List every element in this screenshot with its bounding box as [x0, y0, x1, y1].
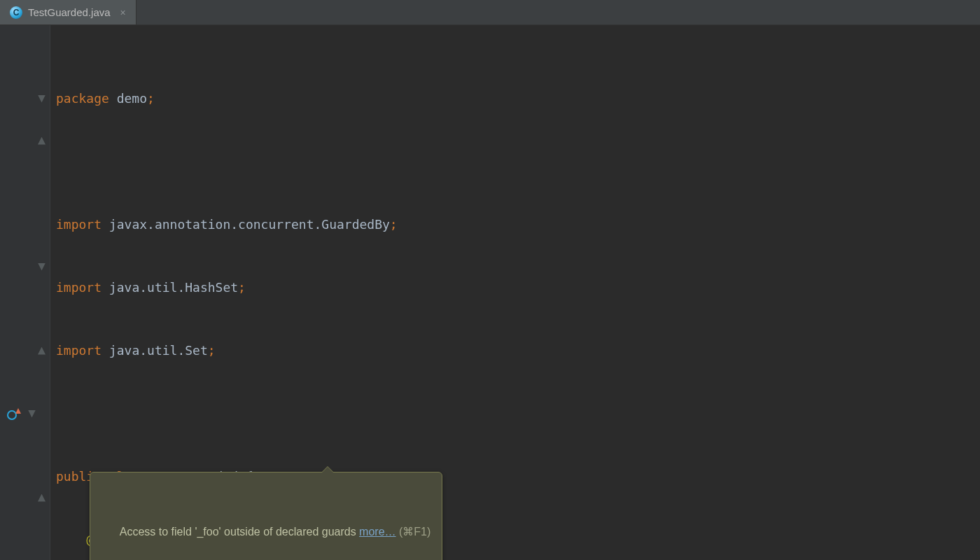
code-line [50, 151, 980, 172]
tooltip-text: Access to field '_foo' outside of declar… [120, 526, 359, 538]
inspection-tooltip: Access to field '_foo' outside of declar… [90, 472, 442, 560]
code-line: import java.util.Set; [50, 340, 980, 361]
fold-icon[interactable] [0, 256, 50, 277]
code-line: package demo; [50, 88, 980, 109]
override-gutter-icon[interactable] [0, 403, 50, 424]
code-line: import java.util.HashSet; [50, 277, 980, 298]
tooltip-more-link[interactable]: more… [359, 526, 396, 538]
code-line: import javax.annotation.concurrent.Guard… [50, 214, 980, 235]
fold-icon[interactable] [0, 340, 50, 361]
editor-tab[interactable]: C TestGuarded.java × [0, 0, 136, 24]
code-line [50, 403, 980, 424]
code-editor[interactable]: package demo; import javax.annotation.co… [0, 25, 980, 560]
tooltip-arrow-icon [321, 466, 334, 472]
fold-icon[interactable] [0, 88, 50, 109]
gutter [0, 25, 50, 560]
tab-filename: TestGuarded.java [28, 6, 111, 18]
tab-bar: C TestGuarded.java × [0, 0, 980, 25]
tooltip-shortcut: (⌘F1) [396, 526, 431, 538]
fold-icon[interactable] [0, 130, 50, 151]
close-icon[interactable]: × [120, 7, 126, 18]
code-area[interactable]: package demo; import javax.annotation.co… [50, 25, 980, 560]
fold-icon[interactable] [0, 487, 50, 508]
class-file-icon: C [10, 6, 22, 19]
override-icon[interactable] [7, 408, 18, 419]
